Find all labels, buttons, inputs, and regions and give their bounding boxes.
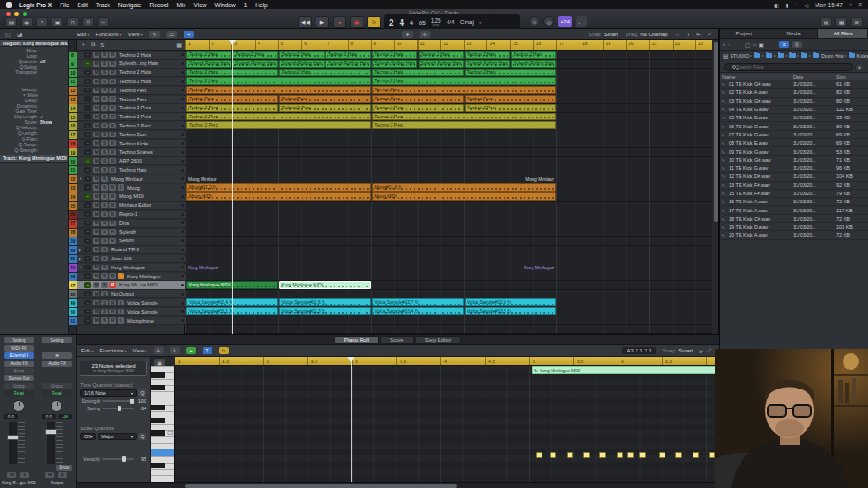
file-row[interactable]: ∿04 TE Kick G.wav31/03/20...122 KB [720, 106, 868, 114]
file-row[interactable]: ∿07 TE Kick G.wav31/03/20...69 KB [720, 131, 868, 139]
mute-button[interactable]: M [93, 309, 99, 315]
duplicate-track-button[interactable]: ⧉ [91, 42, 95, 48]
solo-button[interactable]: S [101, 88, 108, 94]
track-instrument-icon[interactable]: ▪ [84, 140, 91, 146]
record-enable-button[interactable]: R [109, 158, 116, 164]
varispeed-badge[interactable]: e24 [558, 16, 572, 27]
solo-button[interactable]: S [101, 291, 108, 297]
strength-slider[interactable] [102, 400, 134, 402]
track-number[interactable]: 26 [69, 211, 77, 219]
play-button[interactable]: ▶ [316, 16, 329, 28]
track-instrument-icon[interactable]: ▪ [84, 79, 91, 85]
track-number[interactable]: 29 [69, 237, 77, 245]
volume-fader[interactable] [9, 422, 17, 464]
transpose-lock-icon[interactable]: T [203, 347, 212, 354]
track-header-techno-kicks[interactable]: ▪MSRTechno Kicks [77, 140, 185, 148]
track-header-techno-2-hats[interactable]: ▪MSRTechno 2 Hats [77, 52, 185, 60]
wifi-icon[interactable]: ◔ [795, 2, 798, 7]
region-techno-2-hats[interactable]: Techno 2 Hats [511, 51, 556, 59]
mute-button[interactable]: M [93, 149, 99, 155]
midi-note[interactable] [627, 452, 634, 458]
track-number[interactable]: 27 [69, 220, 77, 228]
midi-in-button[interactable]: ▸ [186, 347, 196, 354]
setting-button[interactable]: Setting [4, 337, 34, 343]
cycle-button[interactable]: ↻ [367, 16, 381, 28]
region-techno-perc[interactable]: Techno Perc [465, 95, 556, 103]
region-volca-sample-03-5[interactable]: Volca Sample#03.5 ↻ [465, 307, 556, 315]
editors-icon[interactable]: ✂ [98, 17, 109, 27]
track-instrument-icon[interactable]: ▪ [84, 265, 91, 271]
region-techno-perc[interactable]: Techno Perc [372, 86, 556, 94]
freeze-badge[interactable] [118, 273, 124, 279]
scale-apply-button[interactable]: Q [138, 433, 146, 440]
editor-tab-piano-roll[interactable]: Piano Roll [335, 336, 379, 344]
record-enable-button[interactable]: R [109, 184, 116, 191]
pencil-tool-icon[interactable]: ✎ [149, 31, 160, 38]
track-header-korg-mi-ue-midi[interactable]: ▪MSRKorg Mi...ue MIDI [77, 281, 185, 289]
region-techno-2-hats[interactable]: Techno 2 Hats [279, 69, 371, 77]
record-enable-button[interactable]: R [109, 132, 116, 138]
track-instrument-icon[interactable]: ▪ [84, 184, 91, 191]
track-header-moog[interactable]: ▪MSRIMoog [77, 184, 185, 192]
region-sylenth-rolling-hats[interactable]: Sylenth Rolling Hats [511, 60, 556, 68]
midi-note[interactable] [599, 452, 606, 458]
solo-button[interactable]: S [101, 79, 108, 85]
arrange-body[interactable]: Techno 2 HatsTechno 2 HatsTechno 2 HatsT… [185, 51, 712, 334]
track-header-techno-2-hats[interactable]: ▪MSRTechno 2 Hats [77, 69, 185, 77]
region-techno-2-hats[interactable]: Techno 2 Hats [186, 77, 371, 85]
track-number[interactable]: 14 [69, 104, 77, 112]
track-instrument-icon[interactable]: ▪ [84, 211, 91, 218]
record-enable-button[interactable]: R [109, 300, 116, 306]
record-enable-button[interactable]: R [109, 193, 116, 200]
mute-button[interactable]: M [93, 184, 99, 191]
midi-note[interactable] [693, 452, 699, 458]
column-size[interactable]: Size [834, 74, 864, 80]
spotlight-search-icon[interactable]: ○ [849, 2, 853, 7]
menu-item-logic-pro-x[interactable]: Logic Pro X [19, 2, 52, 8]
track-number[interactable]: 16 [69, 122, 77, 130]
solo-button[interactable]: S [101, 265, 108, 271]
strip-mute-button[interactable]: M [45, 472, 54, 478]
region-techno-2-hats[interactable]: Techno 2 Hats [186, 51, 231, 59]
track-number[interactable]: 46 [69, 273, 77, 281]
apple-menu-icon[interactable] [6, 2, 12, 8]
track-number[interactable]: 24 [69, 192, 77, 201]
solo-button[interactable]: S [101, 193, 108, 200]
input-monitor-button[interactable]: I [118, 184, 124, 191]
volume-fader[interactable] [47, 422, 55, 464]
region-techno-2-hats[interactable]: Techno 2 Hats [279, 51, 325, 59]
breadcrumb-label[interactable]: Drum Hits [821, 53, 843, 59]
library-icon[interactable]: ▤ [5, 17, 17, 27]
view-menu[interactable]: View [128, 32, 143, 37]
track-instrument-icon[interactable]: ▪ [84, 70, 91, 76]
solo-button[interactable]: S [101, 105, 108, 111]
track-instrument-icon[interactable]: ▪ [84, 158, 91, 164]
track-number[interactable]: 48 [69, 290, 77, 298]
strip-solo-button[interactable]: S [58, 472, 67, 478]
window-close-button[interactable] [6, 12, 11, 16]
region-techno-perc[interactable]: Techno Perc [186, 86, 371, 94]
waveform-zoom-icon[interactable]: ⇤ [696, 31, 701, 37]
region-inspector-icon[interactable]: ◪ [17, 31, 23, 37]
track-header-techno-perc[interactable]: ▪MSRTechno Perc [77, 87, 185, 95]
strip-slot-send[interactable]: Send [4, 368, 34, 374]
quick-help-icon[interactable]: ? [36, 17, 48, 27]
track-instrument-icon[interactable]: ▪ [84, 96, 91, 102]
track-number[interactable]: 12 [69, 87, 77, 95]
disclosure-icon[interactable]: ▼ [79, 176, 82, 181]
menu-item-window[interactable]: Window [215, 2, 236, 8]
track-instrument-icon[interactable]: ▪ [84, 247, 91, 253]
bar-ruler[interactable]: 1234567891011121314151617181920212223 [185, 40, 712, 51]
menu-item-file[interactable]: File [60, 2, 69, 8]
menu-item-help[interactable]: Help [255, 2, 267, 8]
record-enable-button[interactable]: R [109, 96, 116, 102]
mute-button[interactable]: M [93, 211, 99, 218]
region-techno-2-perc[interactable]: Techno 2 Perc [465, 104, 556, 112]
solo-button[interactable]: S [101, 247, 108, 253]
track-number[interactable]: 11 [69, 78, 77, 86]
record-enable-button[interactable]: R [109, 273, 116, 279]
track-header-sylenth-ing-hats[interactable]: ▪MSRSylenth...ing Hats [77, 60, 185, 68]
file-row[interactable]: ∿06 TE Kick G.wav31/03/20...69 KB [720, 122, 868, 130]
menu-item-edit[interactable]: Edit [78, 2, 88, 8]
track-instrument-icon[interactable]: ▪ [84, 132, 91, 138]
